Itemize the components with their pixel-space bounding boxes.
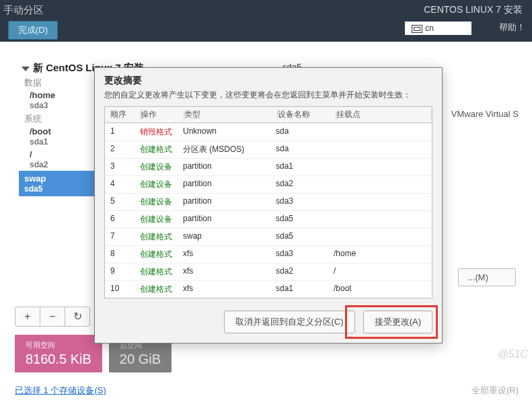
table-row[interactable]: 9创建格式xfssda2/ — [105, 263, 432, 280]
dialog-description: 您的自定义更改将产生以下变更，这些变更将会在您返回到主菜单并开始安装时生效： — [95, 88, 442, 106]
changes-summary-dialog: 更改摘要 您的自定义更改将产生以下变更，这些变更将会在您返回到主菜单并开始安装时… — [94, 67, 443, 344]
table-row[interactable]: 5创建设备partitionsda3 — [105, 193, 432, 210]
table-header: 顺序 操作 类型 设备名称 挂载点 — [105, 107, 432, 123]
cancel-button[interactable]: 取消并返回到自定义分区(C) — [224, 311, 355, 333]
table-row[interactable]: 3创建设备partitionsda1 — [105, 158, 432, 175]
table-row[interactable]: 10创建格式xfssda1/boot — [105, 280, 432, 298]
table-row[interactable]: 2创建格式分区表 (MSDOS)sda — [105, 140, 432, 158]
changes-table: 顺序 操作 类型 设备名称 挂载点 1销毁格式Unknownsda2创建格式分区… — [104, 106, 432, 298]
dialog-title: 更改摘要 — [95, 68, 442, 88]
table-row[interactable]: 8创建格式xfssda3/home — [105, 245, 432, 263]
table-row[interactable]: 1销毁格式Unknownsda — [105, 123, 432, 140]
table-row[interactable]: 7创建格式swapsda5 — [105, 228, 432, 245]
table-row[interactable]: 6创建设备partitionsda5 — [105, 210, 432, 228]
accept-button[interactable]: 接受更改(A) — [363, 311, 432, 333]
table-row[interactable]: 4创建设备partitionsda2 — [105, 175, 432, 193]
